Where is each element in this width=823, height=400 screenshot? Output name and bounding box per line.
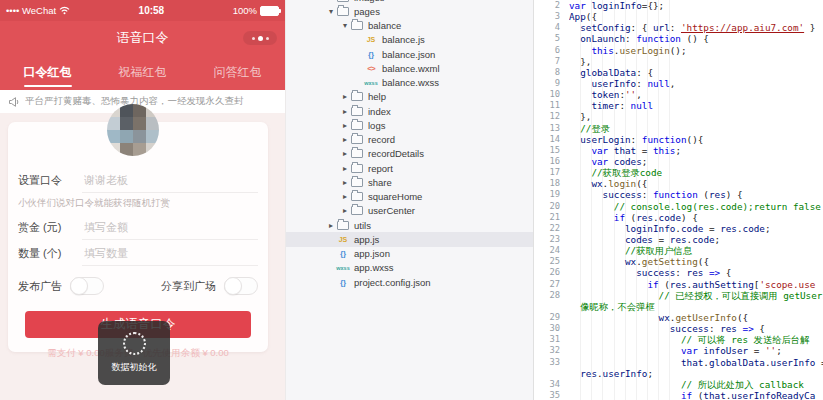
- chevron-right-icon[interactable]: ▸: [340, 178, 350, 187]
- folder-glyph: [351, 107, 363, 116]
- line-number: 19: [534, 189, 569, 200]
- folder-glyph: [351, 178, 363, 187]
- line-number: 4: [534, 22, 569, 33]
- tree-item-balance.json[interactable]: {}balance.json: [286, 47, 533, 61]
- tree-item-app.json[interactable]: {}app.json: [286, 247, 533, 261]
- code-line: 19 success: function (res) {: [534, 189, 823, 200]
- line-number: 17: [534, 167, 569, 178]
- line-number: 22: [534, 223, 569, 234]
- line-number: 25: [534, 256, 569, 267]
- chevron-right-icon[interactable]: ▸: [340, 192, 350, 201]
- status-bar: •••• WeChat 10:58 100%: [0, 0, 285, 21]
- code-text: codes = res.code;: [569, 234, 823, 245]
- line-number: 28: [534, 290, 569, 301]
- tree-item-squareHome[interactable]: ▸squareHome: [286, 190, 533, 204]
- tree-item-label: record: [368, 134, 395, 145]
- code-text: timer: null: [569, 100, 823, 111]
- avatar[interactable]: [107, 104, 159, 156]
- chevron-right-icon[interactable]: ▸: [340, 164, 350, 173]
- folder-icon: [336, 7, 350, 16]
- code-text: loginInfo.code = res.code;: [569, 223, 823, 234]
- field-input-0[interactable]: [82, 168, 258, 193]
- tree-item-share[interactable]: ▸share: [286, 175, 533, 189]
- line-number: 10: [534, 89, 569, 100]
- toggle-switch-1[interactable]: [224, 277, 258, 295]
- code-text: wx.getUserInfo({: [569, 312, 823, 323]
- tree-item-balance.wxss[interactable]: wxssbalance.wxss: [286, 76, 533, 90]
- tree-item-label: pages: [354, 6, 380, 17]
- wxss-file-icon: wxss: [364, 80, 378, 86]
- line-number: 3: [534, 11, 569, 22]
- chevron-right-icon[interactable]: ▸: [340, 135, 350, 144]
- code-line: 9 userInfo: null,: [534, 78, 823, 89]
- code-line: 33 that.globalData.userInfo =: [534, 357, 823, 368]
- tree-item-help[interactable]: ▸help: [286, 90, 533, 104]
- chevron-right-icon[interactable]: ▸: [340, 206, 350, 215]
- form-card: 设置口令小伙伴们说对口令就能获得随机打赏赏金 (元)数量 (个) 发布广告分享到…: [8, 122, 268, 352]
- tree-item-utils[interactable]: ▸utils: [286, 218, 533, 232]
- tree-item-userCenter[interactable]: ▸userCenter: [286, 204, 533, 218]
- chevron-right-icon[interactable]: ▸: [340, 107, 350, 116]
- chevron-right-icon[interactable]: ▸: [326, 221, 336, 230]
- line-number: 23: [534, 234, 569, 245]
- line-number: 5: [534, 33, 569, 44]
- line-number: 18: [534, 178, 569, 189]
- tree-item-balance[interactable]: ▾balance: [286, 19, 533, 33]
- tree-item-label: app.json: [354, 248, 390, 259]
- folder-glyph: [351, 206, 363, 215]
- code-line: 12 },: [534, 111, 823, 122]
- toggle-label-0: 发布广告: [18, 279, 62, 294]
- tree-item-app.js[interactable]: JSapp.js: [286, 232, 533, 246]
- field-input-2[interactable]: [82, 241, 258, 266]
- tab-item-0[interactable]: 口令红包: [0, 54, 95, 90]
- code-text: if (that.userInfoReadyCa: [569, 390, 823, 400]
- more-dots-icon[interactable]: [243, 31, 277, 45]
- folder-icon: [350, 192, 364, 201]
- tree-item-index[interactable]: ▸index: [286, 104, 533, 118]
- form-row: 赏金 (元): [18, 214, 258, 240]
- field-input-1[interactable]: [82, 215, 258, 240]
- nav-bar: 语音口令: [0, 21, 285, 54]
- field-label: 数量 (个): [18, 246, 82, 261]
- code-line: 16 var codes;: [534, 156, 823, 167]
- tree-item-logs[interactable]: ▸logs: [286, 118, 533, 132]
- tree-item-balance.js[interactable]: JSbalance.js: [286, 33, 533, 47]
- folder-icon: [350, 121, 364, 130]
- tree-item-recordDetails[interactable]: ▸recordDetails: [286, 147, 533, 161]
- page-title: 语音口令: [117, 29, 169, 47]
- form-rows: 设置口令小伙伴们说对口令就能获得随机打赏赏金 (元)数量 (个): [18, 167, 258, 266]
- chevron-right-icon[interactable]: ▸: [326, 0, 336, 2]
- tree-item-app.wxss[interactable]: wxssapp.wxss: [286, 261, 533, 275]
- tree-item-label: project.config.json: [354, 277, 431, 288]
- chevron-right-icon[interactable]: ▸: [340, 121, 350, 130]
- tree-item-balance.wxml[interactable]: <>balance.wxml: [286, 61, 533, 75]
- line-number: 26: [534, 267, 569, 278]
- chevron-right-icon[interactable]: ▸: [340, 92, 350, 101]
- code-text: // 所以此处加入 callback: [569, 379, 823, 390]
- chevron-down-icon[interactable]: ▾: [340, 21, 350, 30]
- tree-item-project.config.json[interactable]: {}project.config.json: [286, 275, 533, 289]
- folder-icon: [350, 92, 364, 101]
- tree-item-pages[interactable]: ▾pages: [286, 4, 533, 18]
- code-line: 28 // 已经授权，可以直接调用 getUserInfo 获取头: [534, 290, 823, 301]
- code-line: 31 // 可以将 res 发送给后台解: [534, 334, 823, 345]
- line-number: 31: [534, 334, 569, 345]
- tree-item-label: utils: [354, 220, 371, 231]
- line-number: 30: [534, 323, 569, 334]
- code-editor[interactable]: 2var loginInfo={};3App({4 setConfig: { u…: [533, 0, 823, 400]
- field-label: 赏金 (元): [18, 220, 82, 235]
- tab-item-2[interactable]: 问答红包: [190, 54, 285, 90]
- code-text: if (res.code) {: [569, 212, 823, 223]
- phone-simulator: •••• WeChat 10:58 100% 语音口令 口令红包祝福红包问答红包: [0, 0, 285, 400]
- tab-item-1[interactable]: 祝福红包: [95, 54, 190, 90]
- code-text: token:'',: [569, 89, 823, 100]
- line-number: 13: [534, 123, 569, 134]
- line-number: [534, 368, 569, 379]
- code-line: 27 if (res.authSetting['scope.use: [534, 279, 823, 290]
- chevron-down-icon[interactable]: ▾: [326, 7, 336, 16]
- chevron-right-icon[interactable]: ▸: [340, 149, 350, 158]
- toggle-switch-0[interactable]: [70, 277, 104, 295]
- tree-item-report[interactable]: ▸report: [286, 161, 533, 175]
- line-number: 24: [534, 245, 569, 256]
- tree-item-record[interactable]: ▸record: [286, 133, 533, 147]
